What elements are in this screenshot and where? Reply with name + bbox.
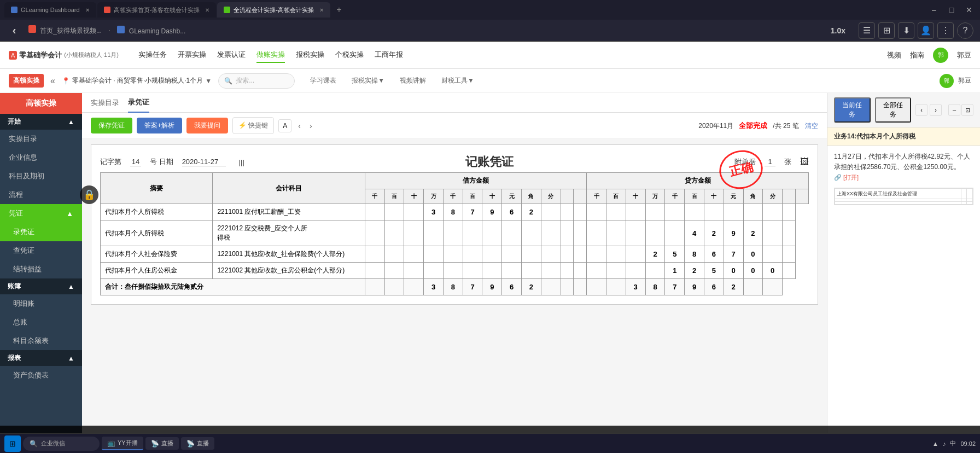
answer-analysis-button[interactable]: 答案+解析 xyxy=(137,118,182,133)
sidebar-item-pingzheng[interactable]: 凭证 ▲ xyxy=(0,204,82,223)
sidebar-item-jiezhuan-sunyi[interactable]: 结转损益 xyxy=(0,260,82,278)
taskbar-app-live2[interactable]: 📡 直播 xyxy=(181,437,214,450)
nav-baoshui-shicao[interactable]: 报税实操 xyxy=(296,48,324,63)
task-description: 11月27日，代扣本月个人所得税42.92元、个人承担的社保2586.70元、公… xyxy=(834,152,973,172)
current-task-tab[interactable]: 当前任务 xyxy=(834,97,871,123)
font-size-a-button[interactable]: A xyxy=(278,119,291,132)
windows-start-button[interactable]: ⊞ xyxy=(4,435,21,452)
save-voucher-button[interactable]: 保存凭证 xyxy=(91,118,132,133)
nav-kaipiao-shicao[interactable]: 开票实操 xyxy=(178,48,206,63)
sub-search-box[interactable]: 🔍 搜索... xyxy=(218,73,295,89)
r2c10: 2 xyxy=(743,220,763,246)
nav-zuozhang-shicao[interactable]: 做账实操 xyxy=(256,48,285,63)
sidebar-item-enterprise-info[interactable]: 企业信息 xyxy=(0,148,82,167)
nav-fapiao-renzheng[interactable]: 发票认证 xyxy=(217,48,246,63)
add-tab-button[interactable]: + xyxy=(331,2,347,18)
nav-geshui-shicao[interactable]: 个税实操 xyxy=(335,48,364,63)
r1c6 xyxy=(665,204,685,220)
back-button[interactable]: ‹ xyxy=(7,23,22,38)
sidebar-item-mingxi-zhang[interactable]: 明细账 xyxy=(0,294,82,313)
r1d2 xyxy=(384,204,404,220)
sidebar-item-lu-pingzheng[interactable]: 录凭证 xyxy=(0,223,82,241)
right-expand-btn[interactable]: ⊡ xyxy=(961,104,973,116)
minimize-button[interactable]: – xyxy=(928,3,941,16)
user-icon[interactable]: 👤 xyxy=(918,22,934,39)
menu-icon[interactable]: ☰ xyxy=(859,22,875,39)
tab-3[interactable]: 全流程会计实操-高顿会计实操 ✕ xyxy=(217,2,330,18)
sys-tray-sound[interactable]: ♪ xyxy=(943,440,946,447)
address-item-2[interactable]: GLeaming Dashb... xyxy=(117,26,185,35)
grid-icon[interactable]: ⊞ xyxy=(878,22,895,39)
download-icon[interactable]: ⬇ xyxy=(898,22,914,39)
taskbar-app-live1[interactable]: 📡 直播 xyxy=(145,437,179,450)
app-user-avatar[interactable]: 郭 xyxy=(933,48,948,63)
tab-2-close[interactable]: ✕ xyxy=(205,7,209,13)
subnav-spjiangjie[interactable]: 视频讲解 xyxy=(395,74,430,88)
sidebar-item-baobiao[interactable]: 报表 ▲ xyxy=(0,350,82,366)
nav-video[interactable]: 视频 xyxy=(887,50,901,60)
sidebar-item-cha-pingzheng[interactable]: 查凭证 xyxy=(0,241,82,260)
r4c10: 0 xyxy=(743,263,763,279)
d-dummy1 xyxy=(561,189,574,204)
mini-table-row-1: 上海XX有限公司员工社保及社会管理 xyxy=(835,188,973,199)
sidebar-item-zong-zhang[interactable]: 总账 xyxy=(0,313,82,332)
clear-label[interactable]: 清空 xyxy=(805,122,818,130)
live2-icon: 📡 xyxy=(186,440,195,448)
r2c8: 2 xyxy=(704,220,724,246)
sidebar-item-assets-liabilities[interactable]: 资产负债表 xyxy=(0,366,82,385)
baobiao-arrow[interactable]: ▲ xyxy=(68,355,74,362)
voucher-table: 摘要 会计科目 借方金额 贷方金额 千 百 十 万 千 xyxy=(100,172,809,295)
tab-1-close[interactable]: ✕ xyxy=(85,7,90,13)
nav-shicao-renwu[interactable]: 实操任务 xyxy=(138,48,167,63)
zhangshu-arrow[interactable]: ▲ xyxy=(68,283,74,291)
collapse-btn[interactable]: « xyxy=(50,76,55,86)
tab-shicao-mulu[interactable]: 实操目录 xyxy=(91,94,119,112)
col-subject-header: 会计科目 xyxy=(213,173,365,204)
ask-question-button[interactable]: 我要提问 xyxy=(186,118,228,133)
pingzheng-label: 凭证 xyxy=(9,208,23,218)
nav-gongshang-nianbao[interactable]: 工商年报 xyxy=(375,48,403,63)
right-next-btn[interactable]: › xyxy=(930,104,942,116)
pingzheng-arrow[interactable]: ▲ xyxy=(66,210,73,218)
d-qian2: 千 xyxy=(443,189,463,204)
nav-guide[interactable]: 指南 xyxy=(910,50,924,60)
sys-tray-arrow[interactable]: ▲ xyxy=(932,440,938,447)
subnav-xuexikebiao[interactable]: 学习课表 xyxy=(306,74,341,88)
prev-arrow[interactable]: ‹ xyxy=(296,119,303,132)
sidebar-item-subject-init[interactable]: 科目及期初 xyxy=(0,167,82,185)
subnav-caishui[interactable]: 财税工具▼ xyxy=(437,74,479,88)
right-prev-btn[interactable]: ‹ xyxy=(915,104,928,116)
tab-lu-pingzheng[interactable]: 录凭证 xyxy=(128,93,149,113)
start-arrow[interactable]: ▲ xyxy=(68,118,74,126)
shortcut-button[interactable]: ⚡ 快捷键 xyxy=(232,117,274,134)
more-icon[interactable]: ⋮ xyxy=(937,22,954,39)
main-layout: 高顿实操 开始 ▲ 实操目录 企业信息 科目及期初 流程 🔒 凭证 xyxy=(0,93,980,453)
r4c11: 0 xyxy=(763,263,783,279)
tab-3-close[interactable]: ✕ xyxy=(319,7,324,13)
breadcrumb-arrow[interactable]: ▼ xyxy=(205,77,212,85)
zhangshu-label: 账簿 xyxy=(8,282,21,291)
sidebar-item-flow[interactable]: 流程 🔒 xyxy=(0,185,82,204)
tab-1[interactable]: GLeaming Dashboard ✕ xyxy=(4,2,96,18)
sidebar-item-shicao-mulu[interactable]: 实操目录 xyxy=(0,130,82,148)
tab-2[interactable]: 高顿实操首页-落客在线会计实操 ✕ xyxy=(97,2,217,18)
app-user-name: 郭豆 xyxy=(957,50,971,60)
taskbar-app-yy[interactable]: 📺 YY开播 xyxy=(102,437,143,450)
sub-user-avatar[interactable]: 郭 xyxy=(940,74,954,88)
open-link[interactable]: 🔗 [打开] xyxy=(834,174,859,181)
close-button[interactable]: ✕ xyxy=(962,3,976,16)
help-icon[interactable]: ? xyxy=(957,22,973,39)
all-tasks-tab[interactable]: 全部任务 xyxy=(875,97,912,123)
r2d9 xyxy=(522,220,541,246)
voucher-document: 记字第 14 号 日期 2020-11-27 ||| 记账凭证 附单据 1 张 … xyxy=(91,144,818,305)
search-taskbar[interactable]: 🔍 企业微信 xyxy=(23,437,100,451)
maximize-button[interactable]: □ xyxy=(945,3,958,16)
windows-taskbar: ⊞ 🔍 企业微信 📺 YY开播 📡 直播 📡 直播 ▲ ♪ 中 09:02 xyxy=(0,433,980,453)
subnav-baoshuishicao[interactable]: 报税实操▼ xyxy=(347,74,389,88)
address-item-1[interactable]: 首页_获得场景视频... xyxy=(28,25,102,36)
sidebar-item-zhangshu[interactable]: 账簿 ▲ xyxy=(0,278,82,294)
next-arrow[interactable]: › xyxy=(307,119,314,132)
sys-tray-ime[interactable]: 中 xyxy=(950,439,956,448)
right-minimize-btn[interactable]: – xyxy=(948,104,960,116)
sidebar-item-subject-balance[interactable]: 科目余额表 xyxy=(0,332,82,350)
